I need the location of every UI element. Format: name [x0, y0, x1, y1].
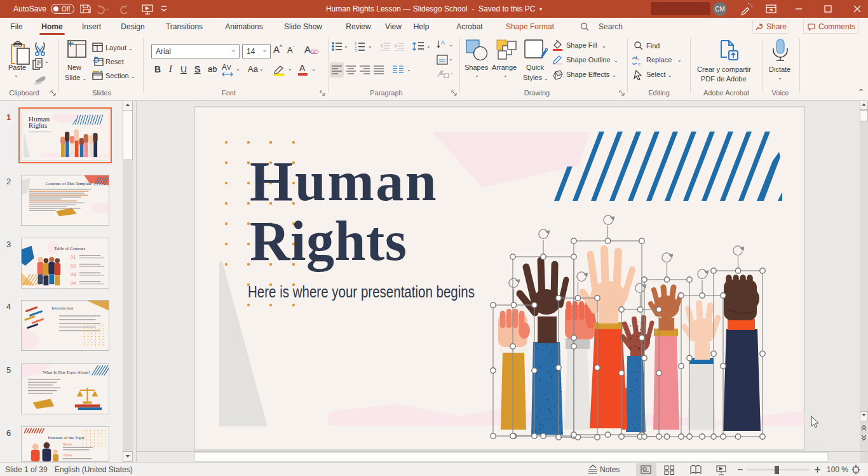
svg-text:Rights: Rights — [250, 210, 407, 272]
svg-text:Rights: Rights — [29, 121, 48, 129]
svg-text:Jupiter: Jupiter — [63, 454, 72, 457]
svg-text:Here is where your presentatio: Here is where your presentation begins — [248, 283, 475, 301]
svg-text:A: A — [441, 39, 445, 46]
svg-text:Notes: Notes — [600, 465, 620, 474]
svg-text:01: 01 — [71, 254, 76, 260]
svg-text:03: 03 — [71, 272, 76, 278]
svg-text:Before: Before — [63, 443, 72, 446]
svg-text:Introduction: Introduction — [51, 306, 74, 310]
svg-text:02: 02 — [71, 263, 76, 269]
svg-text:100 %: 100 % — [827, 465, 848, 474]
svg-text:What Is This Topic About?: What Is This Topic About? — [43, 370, 90, 374]
svg-text:Table of Contents: Table of Contents — [54, 246, 85, 250]
svg-text:3: 3 — [355, 48, 356, 51]
svg-text:04: 04 — [71, 280, 76, 286]
svg-text:Features of the Topic: Features of the Topic — [48, 435, 85, 440]
svg-text:c: c — [638, 61, 641, 66]
svg-text:Human: Human — [250, 151, 438, 212]
svg-text:Contents of This Template: Contents of This Template — [45, 181, 92, 186]
